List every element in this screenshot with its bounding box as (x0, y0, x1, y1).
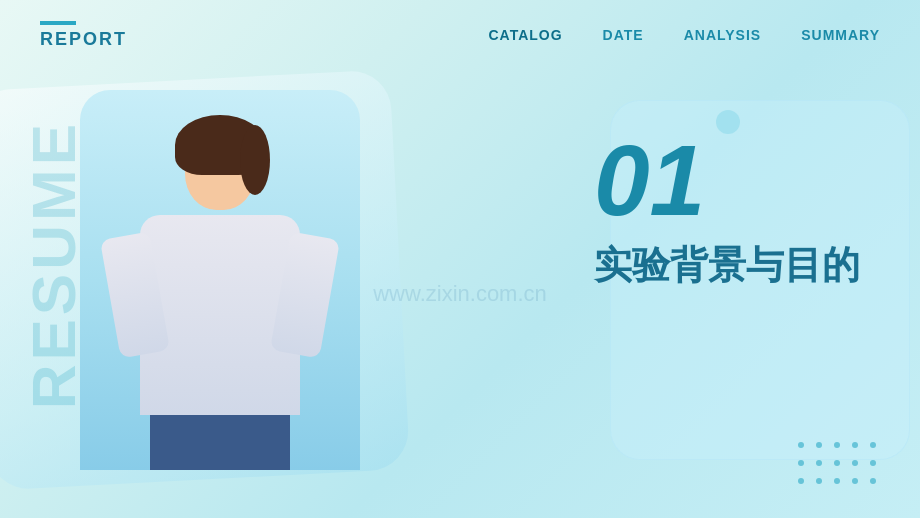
dot-4 (852, 442, 858, 448)
dot-8 (834, 460, 840, 466)
dot-1 (798, 442, 804, 448)
dot-7 (816, 460, 822, 466)
dot-12 (816, 478, 822, 484)
person-figure (100, 110, 340, 470)
main-nav: CATALOG DATE ANALYSIS SUMMARY (488, 27, 880, 43)
nav-catalog[interactable]: CATALOG (488, 27, 562, 43)
dot-5 (870, 442, 876, 448)
nav-date[interactable]: DATE (603, 27, 644, 43)
dot-10 (870, 460, 876, 466)
dot-9 (852, 460, 858, 466)
report-label: REPORT (40, 29, 127, 50)
dot-11 (798, 478, 804, 484)
dot-15 (870, 478, 876, 484)
dot-6 (798, 460, 804, 466)
header: REPORT CATALOG DATE ANALYSIS SUMMARY (0, 0, 920, 70)
dot-14 (852, 478, 858, 484)
resume-vertical-text: RESUME (18, 120, 89, 409)
person-head (185, 130, 255, 210)
dot-2 (816, 442, 822, 448)
slide-number: 01 (594, 130, 860, 230)
person-body (140, 215, 300, 415)
nav-summary[interactable]: SUMMARY (801, 27, 880, 43)
slide-title-chinese: 实验背景与目的 (594, 240, 860, 291)
person-photo (80, 90, 360, 470)
report-bar-decoration (40, 21, 76, 25)
dot-13 (834, 478, 840, 484)
report-brand: REPORT (40, 21, 127, 50)
slide-content: 01 实验背景与目的 (594, 130, 860, 291)
nav-analysis[interactable]: ANALYSIS (684, 27, 762, 43)
main-content: RESUME 01 实验背景与目的 www.zixin.com.cn (0, 70, 920, 518)
dot-3 (834, 442, 840, 448)
dot-grid-decoration (798, 442, 880, 488)
person-pants (150, 415, 290, 470)
